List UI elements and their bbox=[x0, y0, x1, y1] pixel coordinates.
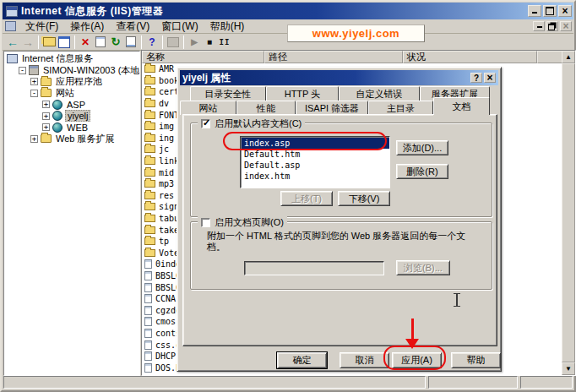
list-item-name: res bbox=[159, 191, 174, 200]
list-header: 名称路径状况 bbox=[142, 51, 575, 63]
document-list-item[interactable]: index.htm bbox=[242, 171, 389, 182]
footer-path-input[interactable] bbox=[244, 261, 384, 275]
column-header-0[interactable]: 名称 bbox=[142, 51, 264, 63]
folder-icon bbox=[144, 145, 155, 153]
tree-toggle-icon[interactable]: + bbox=[30, 135, 38, 143]
ok-button[interactable]: 确定 bbox=[277, 352, 327, 368]
list-item-name: AMR bbox=[159, 64, 174, 74]
up-folder-icon[interactable] bbox=[41, 35, 57, 49]
stop-icon[interactable] bbox=[202, 35, 217, 49]
default-document-listbox[interactable]: index.aspDefault.htmDefault.aspindex.htm bbox=[240, 136, 390, 188]
close-button[interactable] bbox=[558, 5, 572, 17]
maximize-button[interactable] bbox=[543, 5, 557, 17]
menu-h[interactable]: 帮助(H) bbox=[204, 19, 251, 35]
tab-http[interactable]: HTTP 头 bbox=[266, 86, 339, 101]
tree-toggle-icon[interactable]: + bbox=[42, 112, 50, 120]
site-icon bbox=[52, 122, 62, 133]
apply-button[interactable]: 应用(A) bbox=[392, 352, 442, 368]
tab-[interactable]: 性能 bbox=[236, 101, 296, 115]
list-item-name: mp3 bbox=[159, 179, 174, 188]
move-up-button[interactable]: 上移(T) bbox=[280, 191, 333, 206]
menu-f[interactable]: 文件(F) bbox=[19, 19, 64, 35]
menu-a[interactable]: 操作(A) bbox=[64, 19, 110, 35]
tree-item-simonwin2003[interactable]: -SIMON-WIN2003 (本地计算机) bbox=[4, 65, 139, 77]
menu-w[interactable]: 窗口(W) bbox=[155, 19, 204, 35]
tree-item-[interactable]: +应用程序池 bbox=[4, 76, 139, 88]
enable-footer-checkbox[interactable] bbox=[201, 218, 210, 227]
tab-[interactable]: 文档 bbox=[433, 97, 490, 115]
tree-toggle-icon[interactable]: + bbox=[42, 123, 50, 131]
move-down-button[interactable]: 下移(V) bbox=[338, 191, 390, 206]
document-list-item[interactable]: index.asp bbox=[242, 138, 389, 149]
list-item-name: jc bbox=[159, 144, 169, 154]
browse-button[interactable]: 浏览(B)... bbox=[396, 260, 450, 275]
tree-toggle-icon[interactable]: + bbox=[30, 78, 38, 85]
tree-item-asp[interactable]: +ASP bbox=[4, 99, 139, 111]
cancel-button[interactable]: 取消 bbox=[340, 352, 389, 368]
column-header-1[interactable]: 路径 bbox=[264, 51, 403, 63]
properties-dialog: yiyelj 属性 目录安全性HTTP 头自定义错误服务器扩展 网站性能ISAP… bbox=[177, 67, 502, 372]
document-list-item[interactable]: Default.asp bbox=[242, 160, 389, 171]
status-segment bbox=[428, 376, 518, 389]
toolbar-separator bbox=[183, 35, 184, 49]
dialog-titlebar[interactable]: yiyelj 属性 bbox=[180, 70, 498, 85]
help-button[interactable]: 帮助 bbox=[451, 352, 501, 368]
properties-sheet-icon[interactable] bbox=[93, 35, 108, 49]
tree-item-web[interactable]: +WEB bbox=[4, 122, 139, 133]
vertical-scrollbar[interactable]: ▲ ▼ bbox=[562, 51, 575, 375]
list-item-name: ing bbox=[159, 133, 174, 143]
tree-item-label[interactable]: yiyelj bbox=[65, 110, 90, 122]
folder-icon bbox=[144, 100, 155, 107]
tree-item-label[interactable]: WEB bbox=[65, 122, 90, 133]
folder-icon bbox=[41, 78, 52, 86]
tree-item-label[interactable]: 网站 bbox=[54, 87, 76, 100]
minimize-button[interactable] bbox=[528, 5, 541, 17]
tree-item-label[interactable]: ASP bbox=[65, 100, 87, 110]
tree-item-web[interactable]: +Web 服务扩展 bbox=[4, 133, 139, 145]
tree-toggle-icon[interactable]: + bbox=[42, 101, 50, 108]
file-icon bbox=[144, 340, 152, 350]
tree-item-internet[interactable]: Internet 信息服务 bbox=[4, 53, 139, 65]
site-state-icon[interactable] bbox=[166, 35, 181, 49]
mdi-child-icon[interactable] bbox=[5, 21, 16, 31]
tab-[interactable]: 自定义错误 bbox=[339, 86, 420, 101]
export-list-icon[interactable] bbox=[123, 35, 139, 49]
help-button[interactable] bbox=[470, 73, 482, 83]
tab-[interactable]: 主目录 bbox=[368, 101, 433, 115]
tree-item-yiyelj[interactable]: +yiyelj bbox=[4, 111, 139, 122]
close-button[interactable] bbox=[484, 73, 496, 83]
window-titlebar[interactable]: Internet 信息服务 (IIS)管理器 bbox=[3, 3, 573, 19]
scroll-up-button[interactable]: ▲ bbox=[562, 51, 575, 63]
back-icon[interactable] bbox=[5, 35, 20, 49]
restore-button[interactable] bbox=[546, 21, 558, 31]
tab-isapi[interactable]: ISAPI 筛选器 bbox=[296, 101, 368, 115]
remove-button[interactable]: 删除(R) bbox=[396, 164, 448, 179]
enable-default-doc-checkbox[interactable] bbox=[201, 119, 210, 128]
properties-window-icon[interactable] bbox=[57, 35, 72, 49]
tree-toggle-icon[interactable]: - bbox=[19, 67, 26, 74]
pause-icon[interactable] bbox=[217, 35, 232, 49]
tree-item-[interactable]: -网站 bbox=[4, 88, 139, 100]
tree-toggle-icon[interactable]: - bbox=[30, 90, 38, 97]
delete-icon[interactable] bbox=[78, 35, 93, 49]
footer-description: 附加一个 HTML 格式的页脚到您的 Web 服务器返回的每一个文档。 bbox=[207, 231, 479, 253]
folder-icon bbox=[144, 77, 155, 84]
document-list-item[interactable]: Default.htm bbox=[242, 149, 389, 160]
scroll-thumb[interactable] bbox=[562, 63, 575, 362]
start-icon[interactable] bbox=[187, 35, 202, 49]
close-button[interactable] bbox=[560, 21, 572, 31]
folder-icon bbox=[144, 226, 155, 234]
add-button[interactable]: 添加(D)... bbox=[396, 140, 448, 155]
minimize-button[interactable] bbox=[533, 21, 545, 31]
scroll-down-button[interactable]: ▼ bbox=[562, 362, 575, 375]
forward-icon[interactable] bbox=[20, 35, 35, 49]
tree-item-label[interactable]: Web 服务扩展 bbox=[54, 133, 116, 145]
console-tree[interactable]: Internet 信息服务-SIMON-WIN2003 (本地计算机)+应用程序… bbox=[3, 51, 140, 376]
menu-v[interactable]: 查看(V) bbox=[110, 19, 155, 35]
column-header-2[interactable]: 状况 bbox=[403, 51, 537, 63]
tab-[interactable]: 目录安全性 bbox=[190, 86, 266, 101]
refresh-icon[interactable] bbox=[108, 35, 123, 49]
folder-icon bbox=[144, 134, 155, 142]
tab-[interactable]: 网站 bbox=[180, 101, 236, 115]
help-icon[interactable] bbox=[144, 35, 160, 49]
